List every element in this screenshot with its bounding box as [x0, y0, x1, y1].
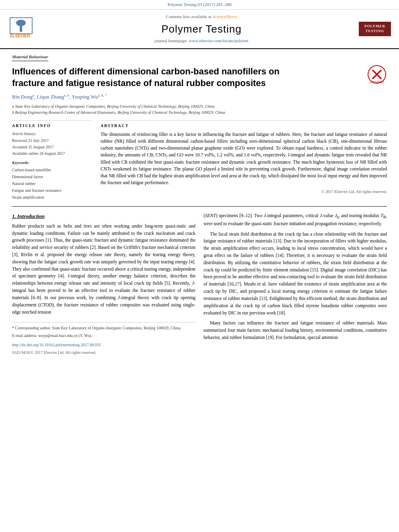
- affiliations: a State Key Laboratory of Organic-Inorga…: [12, 103, 387, 115]
- intro-para-1: Rubber products such as belts and tires …: [12, 223, 195, 316]
- article-info-title: ARTICLE INFO: [12, 123, 93, 129]
- keywords-section: Keywords: Carbon-based nanofiller Dimens…: [12, 160, 93, 201]
- footnote-email: E-mail address: wuyp@mail.buct.edu.cn (Y…: [12, 333, 195, 339]
- abstract-text: The dimensions of reinforcing filler is …: [101, 131, 387, 187]
- info-dates: Received 21 July 2017 Accepted 25 August…: [12, 138, 93, 157]
- body-col-left: 1. Introduction Rubber products such as …: [12, 212, 195, 356]
- keyword-4: Fatigue and fracture resistance: [12, 187, 93, 194]
- keyword-3: Natural rubber: [12, 180, 93, 187]
- authors: Bin Donga, Liqun Zhanga, b, Youping Wua,…: [12, 93, 387, 101]
- article-info-abstract: ARTICLE INFO Article history: Received 2…: [12, 120, 387, 201]
- crossmark-icon[interactable]: CrossMark: [367, 64, 387, 84]
- svg-text:ELSEVIER: ELSEVIER: [10, 34, 30, 38]
- right-para-2: The local strain field distribution at t…: [204, 231, 387, 317]
- available-date: Available online 26 August 2017: [12, 150, 93, 157]
- svg-text:CrossMark: CrossMark: [370, 80, 384, 83]
- intro-heading: 1. Introduction: [12, 212, 195, 220]
- doi-line[interactable]: http://dx.doi.org/10.1016/j.polymertesti…: [12, 342, 195, 348]
- journal-logo-box: POLYMERTESTING: [359, 22, 391, 36]
- body-col-right: (SENT) specimens [9–12]. Two J-integral …: [204, 212, 387, 356]
- journal-title-header: Polymer Testing: [48, 22, 355, 36]
- accepted-date: Accepted 25 August 2017: [12, 144, 93, 150]
- affiliation-a: a State Key Laboratory of Organic-Inorga…: [12, 103, 387, 109]
- right-para-3: Many factors can influence the fracture …: [204, 320, 387, 341]
- received-date: Received 21 July 2017: [12, 138, 93, 144]
- main-content: Material Behaviour Influences of differe…: [0, 49, 399, 364]
- section-divider: [12, 206, 387, 207]
- homepage-link[interactable]: www.elsevier.com/locate/polytest: [189, 38, 248, 43]
- author-sup-a: a: [33, 93, 34, 97]
- issn-line: 0142-9418/© 2017 Elsevier Ltd. All right…: [12, 349, 195, 356]
- journal-homepage: journal homepage: www.elsevier.com/locat…: [48, 38, 355, 44]
- article-info-panel: ARTICLE INFO Article history: Received 2…: [12, 120, 93, 201]
- author-bin-dong: Bin Dong: [12, 94, 33, 100]
- abstract-section: ABSTRACT The dimensions of reinforcing f…: [101, 120, 387, 201]
- author-sup-ab: a, b: [64, 93, 69, 97]
- contents-line: Contents lists available at ScienceDirec…: [48, 14, 355, 20]
- author-youping-wu: Youping Wu: [72, 94, 98, 100]
- abstract-title: ABSTRACT: [101, 123, 387, 129]
- elsevier-logo: ELSEVIER: [8, 16, 44, 42]
- journal-center-block: Contents lists available at ScienceDirec…: [48, 14, 355, 44]
- sciencedirect-link[interactable]: ScienceDirect: [212, 14, 237, 19]
- journal-citation: Polymer Testing 63 (2017) 281–288: [167, 2, 231, 7]
- journal-header: ELSEVIER Contents lists available at Sci…: [0, 10, 399, 49]
- keyword-5: Strain amplification: [12, 194, 93, 201]
- keyword-1: Carbon-based nanofiller: [12, 166, 93, 173]
- author-liqun-zhang: Liqun Zhang: [37, 94, 64, 100]
- copyright-line: © 2017 Elsevier Ltd. All rights reserved…: [101, 189, 387, 195]
- keyword-2: Dimensional factor: [12, 173, 93, 180]
- svg-point-1: [16, 20, 26, 26]
- body-content: 1. Introduction Rubber products such as …: [12, 212, 387, 356]
- svg-rect-2: [20, 26, 22, 32]
- footnote-area: * Corresponding author. State Key Labora…: [12, 322, 195, 355]
- title-row: Influences of different dimensional carb…: [12, 64, 387, 93]
- author-sup-ab-star: a, b, *: [98, 93, 107, 97]
- section-tag: Material Behaviour: [12, 54, 48, 61]
- top-bar: Polymer Testing 63 (2017) 281–288: [0, 0, 399, 10]
- footnote-corresponding: * Corresponding author. State Key Labora…: [12, 325, 195, 331]
- keywords-label: Keywords:: [12, 160, 93, 166]
- keywords-list: Carbon-based nanofiller Dimensional fact…: [12, 166, 93, 201]
- affiliation-b: b Beijing Engineering Research Center of…: [12, 109, 387, 115]
- right-para-1: (SENT) specimens [9–12]. Two J-integral …: [204, 212, 387, 228]
- history-label: Article history:: [12, 131, 93, 137]
- article-title: Influences of different dimensional carb…: [12, 66, 312, 89]
